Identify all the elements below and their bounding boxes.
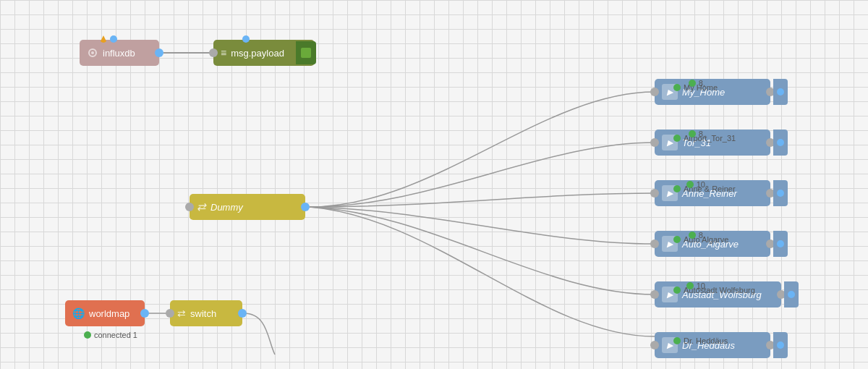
extra-dot	[777, 190, 784, 197]
worldmap-port-out[interactable]	[140, 309, 149, 318]
influxdb-node[interactable]: influxdb	[80, 40, 159, 66]
dr-heddaus-status-dot	[673, 337, 681, 344]
msgpayload-label: msg.payload	[231, 48, 284, 59]
info-badge-2	[242, 35, 250, 43]
dummy-port-in[interactable]	[185, 203, 194, 211]
auto-algarve-extra-port[interactable]	[773, 231, 788, 257]
anne-reiner-extra-port[interactable]	[773, 180, 788, 206]
austadt-wolfsburg-extra-port[interactable]	[784, 281, 799, 308]
auto-algarve-value: 8.	[689, 231, 705, 239]
auto-algarve-port-in[interactable]	[650, 239, 659, 248]
msgpayload-port-in[interactable]	[209, 48, 218, 57]
green-square	[301, 48, 311, 58]
anne-reiner-status-dot	[673, 185, 681, 192]
globe-icon: 🌐	[72, 308, 85, 319]
tor31-status-dot	[673, 135, 681, 142]
extra-dot	[777, 88, 784, 96]
dummy-label: Dummy	[210, 202, 243, 213]
switch-node[interactable]: ⇄ switch	[170, 300, 242, 326]
switch-port-out[interactable]	[238, 309, 247, 318]
extra-dot	[788, 291, 795, 298]
msgpayload-node[interactable]: ≡ msg.payload	[213, 40, 315, 66]
anne-reiner-value: 10	[686, 180, 705, 189]
my-home-status-dot	[673, 84, 681, 91]
worldmap-status: connected 1	[84, 331, 137, 339]
austadt-wolfsburg-port-in[interactable]	[650, 290, 659, 299]
msgpayload-action-btn[interactable]	[296, 41, 316, 64]
dr-heddaus-status: Dr. Heddäus	[673, 336, 728, 345]
auto-algarve-status-dot	[673, 236, 681, 243]
influxdb-label: influxdb	[103, 48, 135, 59]
list-icon: ≡	[221, 47, 226, 59]
switch-label: switch	[190, 308, 216, 319]
gear-icon	[87, 47, 98, 59]
extra-dot	[777, 342, 784, 349]
tor31-value: 8.	[689, 130, 705, 138]
anne-reiner-port-in[interactable]	[650, 189, 659, 198]
extra-dot	[777, 240, 784, 247]
tor31-port-in[interactable]	[650, 138, 659, 147]
influxdb-port-out[interactable]	[155, 48, 163, 57]
worldmap-status-text: connected 1	[94, 331, 137, 339]
worldmap-node[interactable]: 🌐 worldmap connected 1	[65, 300, 145, 326]
extra-dot	[777, 139, 784, 146]
my-home-value: 8.	[689, 79, 705, 88]
dummy-node[interactable]: ⇄ Dummy	[190, 194, 305, 220]
switch-icon: ⇄	[177, 308, 186, 319]
worldmap-status-dot	[84, 331, 91, 339]
switch-port-in[interactable]	[166, 309, 174, 318]
tor31-extra-port[interactable]	[773, 130, 788, 156]
worldmap-label: worldmap	[89, 308, 129, 319]
my-home-port-in[interactable]	[650, 88, 659, 96]
dr-heddaus-status-text: Dr. Heddäus	[684, 336, 728, 345]
dr-heddaus-extra-port[interactable]	[773, 332, 788, 358]
dr-heddaus-port-in[interactable]	[650, 341, 659, 349]
my-home-extra-port[interactable]	[773, 79, 788, 105]
info-badge	[110, 35, 117, 43]
svg-point-1	[91, 51, 94, 54]
austadt-wolfsburg-value: 10	[686, 281, 705, 290]
dummy-port-out[interactable]	[301, 203, 310, 211]
function-icon: ⇄	[197, 200, 206, 213]
austadt-wolfsburg-status-dot	[673, 287, 681, 294]
